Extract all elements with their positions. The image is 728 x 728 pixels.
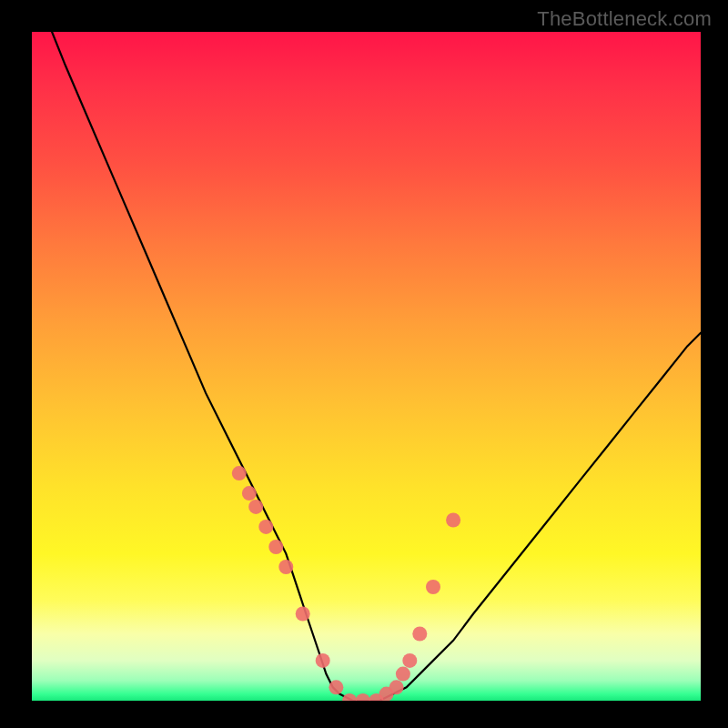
plot-area [32,32,701,701]
data-point [248,500,263,514]
data-point [316,653,330,668]
chart-container: TheBottleneck.com [0,0,728,728]
data-point [242,486,257,500]
data-markers [232,466,460,701]
data-point [402,653,417,668]
chart-svg [32,32,701,701]
data-point [389,680,404,694]
bottleneck-curve [52,32,701,701]
data-point [278,560,293,574]
data-point [412,627,427,642]
data-point [268,540,283,554]
data-point [258,520,273,534]
data-point [342,693,357,701]
data-point [356,693,370,701]
data-point [329,680,343,694]
data-point [426,580,440,594]
data-point [296,607,310,622]
watermark-text: TheBottleneck.com [537,7,712,31]
data-point [446,513,460,528]
data-point [232,466,247,480]
data-point [396,667,410,682]
